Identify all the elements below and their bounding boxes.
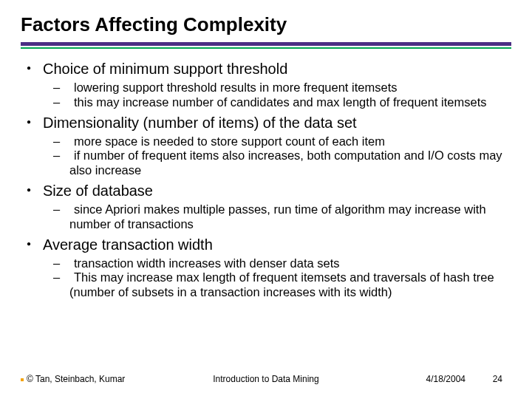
slide-content: Choice of minimum support threshold lowe… (21, 49, 511, 300)
sub-text: if number of frequent items also increas… (69, 149, 502, 177)
bullet-text: Size of database (43, 183, 153, 199)
bullet-text: Dimensionality (number of items) of the … (43, 115, 357, 131)
sub-text: transaction width increases with denser … (69, 256, 340, 270)
sub-list: more space is needed to store support co… (43, 134, 507, 178)
title-rule-thick (21, 42, 511, 46)
sub-list: lowering support threshold results in mo… (43, 81, 507, 110)
list-item: more space is needed to store support co… (43, 134, 507, 149)
footer-page-number: 24 (493, 374, 502, 384)
list-item: Dimensionality (number of items) of the … (25, 114, 507, 178)
list-item: transaction width increases with denser … (43, 256, 507, 271)
bullet-text: Choice of minimum support threshold (43, 61, 287, 77)
list-item: Choice of minimum support threshold lowe… (25, 60, 507, 110)
bullet-list: Choice of minimum support threshold lowe… (25, 60, 507, 300)
sub-list: since Apriori makes multiple passes, run… (43, 202, 507, 232)
list-item: Size of database since Apriori makes mul… (25, 182, 507, 232)
list-item: since Apriori makes multiple passes, run… (43, 202, 507, 232)
sub-list: transaction width increases with denser … (43, 256, 507, 300)
sub-text: This may increase max length of frequent… (69, 270, 494, 299)
list-item: This may increase max length of frequent… (43, 270, 507, 300)
slide-footer: © Tan, Steinbach, Kumar Introduction to … (0, 374, 532, 389)
list-item: if number of frequent items also increas… (43, 149, 507, 178)
list-item: this may increase number of candidates a… (43, 95, 507, 110)
sub-text: since Apriori makes multiple passes, run… (69, 202, 486, 231)
sub-text: more space is needed to store support co… (69, 134, 385, 148)
footer-date: 4/18/2004 (426, 374, 466, 384)
list-item: Average transaction width transaction wi… (25, 236, 507, 300)
slide-title: Factors Affecting Complexity (21, 13, 511, 36)
slide: Factors Affecting Complexity Choice of m… (0, 0, 532, 399)
sub-text: this may increase number of candidates a… (69, 95, 487, 109)
list-item: lowering support threshold results in mo… (43, 81, 507, 95)
sub-text: lowering support threshold results in mo… (69, 81, 397, 94)
bullet-text: Average transaction width (43, 236, 213, 253)
